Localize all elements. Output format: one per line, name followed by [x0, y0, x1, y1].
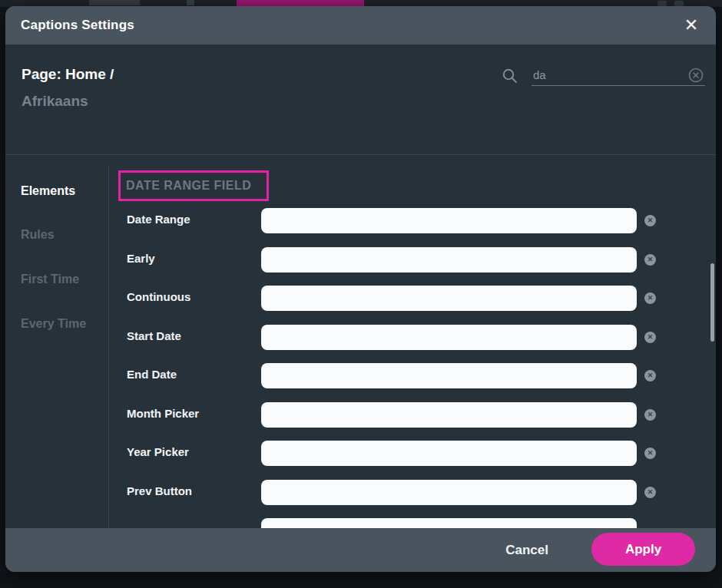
background-icon-fragment [674, 1, 684, 6]
field-row: ✕ [5, 518, 716, 528]
field-row: Continuous ✕ [5, 286, 716, 311]
field-row: Start Date ✕ [5, 325, 716, 350]
field-row: Early ✕ [5, 247, 716, 273]
field-clear-icon[interactable]: ✕ [644, 409, 656, 421]
field-label: Year Picker [127, 445, 189, 458]
modal-titlebar: Captions Settings [5, 6, 716, 45]
field-input[interactable] [261, 247, 637, 273]
field-clear-icon[interactable]: ✕ [644, 448, 656, 459]
apply-button[interactable]: Apply [591, 533, 695, 566]
page-subtitle: Afrikaans [22, 93, 88, 110]
page-title: Page: Home / [22, 66, 114, 83]
field-clear-icon[interactable]: ✕ [644, 254, 656, 266]
field-clear-icon[interactable]: ✕ [644, 292, 656, 304]
field-input[interactable] [261, 441, 637, 466]
field-clear-icon[interactable]: ✕ [644, 370, 656, 382]
field-label: Month Picker [127, 407, 199, 420]
field-label: End Date [127, 368, 177, 381]
fields-scroll-area: Date Range ✕ Early ✕ Continuous ✕ Start … [5, 155, 716, 528]
close-icon[interactable]: ✕ [681, 15, 702, 36]
background-text-fragment [89, 0, 140, 5]
field-input[interactable] [261, 325, 637, 350]
field-label: Continuous [127, 290, 190, 303]
field-label: Early [127, 252, 155, 265]
field-row: Year Picker ✕ [5, 441, 716, 466]
field-label: Date Range [127, 213, 190, 226]
field-clear-icon[interactable]: ✕ [644, 215, 656, 226]
field-row: Prev Button ✕ [5, 480, 716, 505]
field-clear-icon[interactable]: ✕ [644, 487, 656, 498]
search-box [502, 64, 705, 89]
field-input[interactable] [261, 402, 637, 428]
modal-footer: Cancel Apply [5, 528, 716, 572]
scrollbar-thumb[interactable] [710, 263, 714, 342]
screen: Captions Settings ✕ Page: Home / Afrikaa… [0, 0, 722, 588]
field-input[interactable] [261, 363, 637, 388]
field-input[interactable] [261, 480, 637, 505]
modal-title: Captions Settings [21, 18, 134, 33]
field-label: Prev Button [127, 484, 192, 497]
field-input[interactable] [261, 518, 637, 528]
field-label: Start Date [127, 329, 181, 342]
field-row: Month Picker ✕ [5, 402, 716, 428]
background-icon-fragment [657, 1, 667, 6]
field-clear-icon[interactable]: ✕ [644, 332, 656, 343]
search-input[interactable] [532, 64, 705, 86]
search-clear-icon[interactable] [688, 68, 704, 83]
search-icon [502, 68, 518, 84]
field-input[interactable] [261, 208, 637, 233]
field-row: Date Range ✕ [5, 208, 716, 233]
field-row: End Date ✕ [5, 363, 716, 388]
cancel-button[interactable]: Cancel [492, 533, 562, 567]
field-input[interactable] [261, 286, 637, 311]
background-chevron-fragment [187, 0, 194, 5]
captions-settings-modal: Captions Settings ✕ Page: Home / Afrikaa… [5, 6, 716, 572]
